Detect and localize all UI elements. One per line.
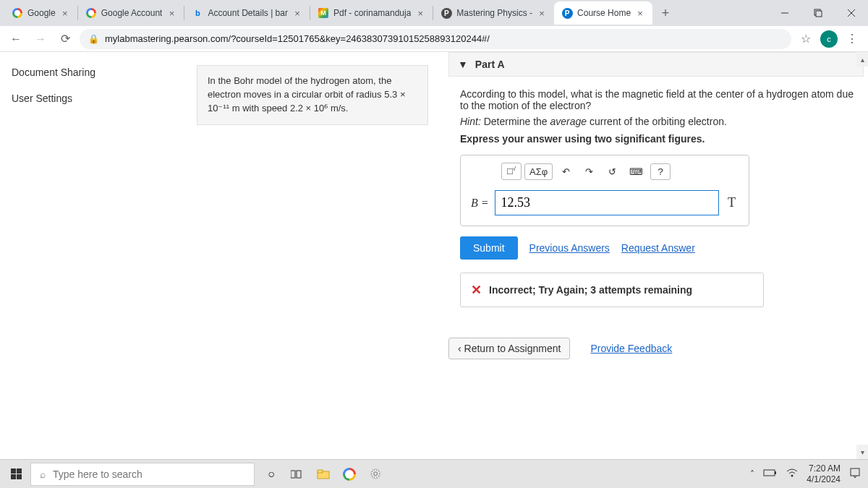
tab-google[interactable]: Google ×	[4, 1, 77, 25]
svg-rect-6	[297, 471, 301, 478]
part-header[interactable]: ▼ Part A	[448, 52, 864, 77]
redo-icon[interactable]: ↷	[579, 164, 599, 179]
svg-rect-5	[291, 471, 295, 478]
address-bar[interactable]: 🔒 mylabmastering.pearson.com/?courseId=1…	[80, 29, 791, 49]
search-icon: ⌕	[40, 468, 46, 480]
settings-icon[interactable]: ⚙	[363, 460, 388, 489]
reload-icon[interactable]: ⟳	[55, 29, 75, 49]
close-icon[interactable]: ×	[292, 8, 302, 18]
window-maximize-icon[interactable]	[801, 0, 835, 26]
forward-icon[interactable]: →	[30, 29, 51, 49]
svg-rect-10	[775, 471, 776, 474]
svg-rect-2	[816, 11, 822, 17]
star-icon[interactable]: ☆	[796, 29, 816, 49]
previous-answers-link[interactable]: Previous Answers	[529, 242, 610, 254]
svg-rect-8	[318, 470, 323, 473]
express-instruction: Express your answer using two significan…	[460, 133, 858, 145]
chevron-left-icon: ‹	[458, 343, 464, 354]
part-label: Part A	[475, 59, 505, 70]
close-icon[interactable]: ×	[635, 8, 645, 18]
provide-feedback-link[interactable]: Provide Feedback	[590, 343, 672, 354]
greek-letters-button[interactable]: ΑΣφ	[524, 163, 553, 180]
google-icon	[12, 7, 23, 19]
chrome-icon[interactable]	[337, 460, 362, 489]
window-minimize-icon[interactable]	[768, 0, 801, 26]
tab-title: Google Account	[101, 8, 163, 18]
tab-mastering-physics[interactable]: P Mastering Physics - ×	[433, 1, 554, 25]
pearson-icon: P	[561, 7, 573, 19]
windows-icon	[11, 468, 22, 479]
close-icon[interactable]: ×	[60, 8, 70, 18]
taskbar: ⌕ Type here to search ○ ⚙ ˄ 7:20 AM 4/1/…	[0, 459, 868, 488]
left-nav: Document Sharing User Settings	[0, 52, 174, 459]
nav-user-settings[interactable]: User Settings	[12, 85, 162, 111]
new-tab-button[interactable]: +	[655, 3, 676, 23]
url-text: mylabmastering.pearson.com/?courseId=125…	[105, 33, 490, 44]
tab-account-details[interactable]: b Account Details | bar ×	[184, 1, 310, 25]
time-text: 7:20 AM	[807, 463, 841, 474]
window-close-icon[interactable]	[835, 0, 868, 26]
incorrect-icon: ✕	[471, 282, 482, 298]
svg-rect-12	[851, 468, 859, 476]
tab-title: Account Details | bar	[208, 8, 288, 18]
hint-line: Hint: Determine the average current of t…	[460, 116, 858, 127]
profile-avatar[interactable]: c	[820, 30, 838, 48]
tab-gmail-pdf[interactable]: M Pdf - corinamanduja ×	[310, 1, 433, 25]
tab-title: Mastering Physics -	[456, 8, 532, 18]
wifi-icon[interactable]	[786, 468, 798, 479]
gmail-icon: M	[318, 7, 329, 19]
tab-title: Google	[27, 8, 56, 18]
prompt-text: In the Bohr model of the hydrogen atom, …	[208, 75, 406, 114]
menu-icon[interactable]: ⋮	[842, 29, 862, 49]
nav-document-sharing[interactable]: Document Sharing	[12, 59, 162, 85]
request-answer-link[interactable]: Request Answer	[621, 242, 695, 254]
feedback-text: Incorrect; Try Again; 3 attempts remaini…	[489, 284, 692, 296]
tab-strip: Google × Google Account × b Account Deta…	[0, 0, 868, 26]
variable-label: B =	[471, 197, 489, 210]
close-icon[interactable]: ×	[537, 8, 547, 18]
reset-icon[interactable]: ↺	[602, 164, 622, 179]
close-icon[interactable]: ×	[415, 8, 425, 18]
answer-box: □√ ΑΣφ ↶ ↷ ↺ ⌨ ? B = T	[460, 155, 749, 226]
close-icon[interactable]: ×	[166, 8, 176, 18]
back-icon[interactable]: ←	[6, 29, 26, 49]
tab-google-account[interactable]: Google Account ×	[78, 1, 184, 25]
task-view-icon[interactable]	[285, 460, 310, 489]
clock[interactable]: 7:20 AM 4/1/2024	[807, 463, 841, 484]
tab-title: Pdf - corinamanduja	[333, 8, 411, 18]
pearson-icon: P	[441, 7, 452, 19]
battery-icon[interactable]	[763, 468, 778, 479]
feedback-box: ✕ Incorrect; Try Again; 3 attempts remai…	[460, 273, 764, 307]
search-placeholder: Type here to search	[53, 468, 142, 480]
start-button[interactable]	[1, 460, 30, 489]
b-icon: b	[192, 7, 203, 19]
scroll-up-icon[interactable]: ▴	[856, 52, 868, 67]
notifications-icon[interactable]	[849, 467, 861, 481]
chevron-up-icon[interactable]: ˄	[750, 469, 754, 479]
unit-label: T	[725, 195, 739, 210]
taskbar-search[interactable]: ⌕ Type here to search	[30, 463, 255, 486]
date-text: 4/1/2024	[807, 474, 841, 484]
help-button[interactable]: ?	[650, 163, 671, 180]
return-to-assignment-button[interactable]: ‹ Return to Assignment	[448, 338, 570, 359]
question-text: According to this model, what is the mag…	[460, 88, 858, 111]
problem-prompt: In the Bohr model of the hydrogen atom, …	[197, 65, 428, 125]
tab-title: Course Home	[577, 8, 631, 18]
undo-icon[interactable]: ↶	[556, 164, 576, 179]
templates-icon[interactable]: □√	[501, 163, 522, 180]
cortana-icon[interactable]: ○	[259, 460, 284, 489]
scroll-down-icon[interactable]: ▾	[856, 445, 868, 459]
file-explorer-icon[interactable]	[311, 460, 336, 489]
keyboard-icon[interactable]: ⌨	[625, 164, 647, 179]
collapse-icon[interactable]: ▼	[458, 59, 468, 70]
answer-input[interactable]	[495, 190, 719, 215]
lock-icon: 🔒	[88, 34, 99, 44]
svg-point-11	[791, 475, 793, 477]
svg-rect-9	[764, 470, 775, 476]
hint-label: Hint:	[460, 116, 481, 127]
google-icon	[85, 7, 97, 19]
tab-course-home[interactable]: P Course Home ×	[554, 1, 652, 25]
submit-button[interactable]: Submit	[460, 236, 518, 260]
